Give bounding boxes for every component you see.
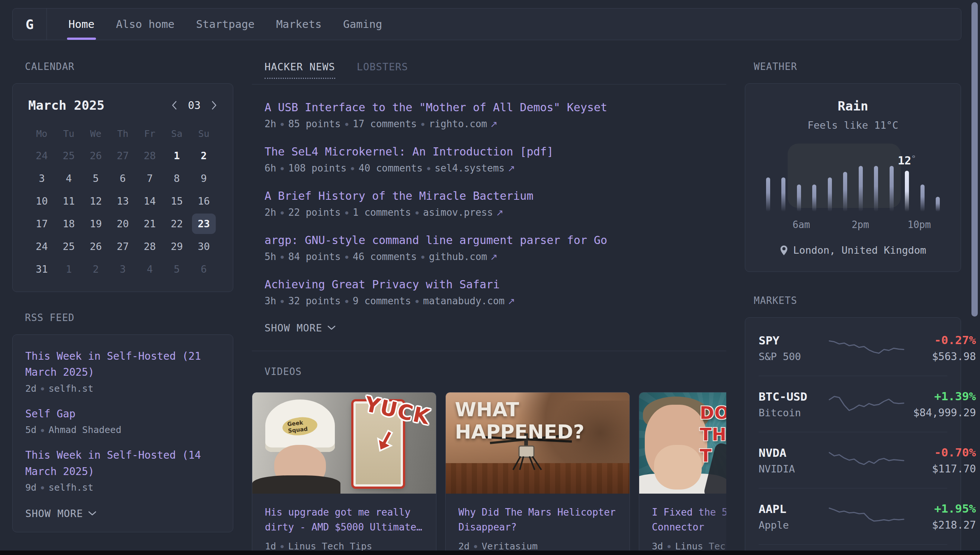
calendar-day[interactable]: 6 <box>190 258 217 281</box>
calendar-day[interactable]: 19 <box>82 212 109 235</box>
calendar-day[interactable]: 1 <box>163 144 191 167</box>
calendar-day[interactable]: 24 <box>28 235 55 258</box>
calendar-day[interactable]: 18 <box>55 212 83 235</box>
calendar-day[interactable]: 26 <box>82 144 109 167</box>
video-title[interactable]: Why Did The Mars Helicopter Disappear? <box>459 505 617 535</box>
news-item-domain[interactable]: sel4.systems↗ <box>435 162 515 174</box>
calendar-day[interactable]: 10 <box>28 190 55 212</box>
video-thumbnail[interactable]: WHAT HAPPENED? <box>446 393 630 494</box>
rss-item-title[interactable]: This Week in Self-Hosted (21 March 2025) <box>25 348 220 380</box>
weather-peak-temp: 12° <box>898 154 916 167</box>
scrollbar-thumb[interactable] <box>972 2 978 316</box>
video-card[interactable]: Geek Squad YUCK His upgrade got me reall… <box>252 392 436 555</box>
rss-item-title[interactable]: Self Gap <box>25 406 220 422</box>
left-column: CALENDAR March 2025 03 MoTuWeThFrSaSu <box>12 61 233 555</box>
market-labels: AAPL Apple <box>759 502 828 531</box>
market-row-aapl[interactable]: AAPL Apple +1.95% $218.27 <box>759 488 947 544</box>
calendar-day[interactable]: 16 <box>190 190 217 212</box>
calendar-day[interactable]: 4 <box>136 258 163 281</box>
calendar-day[interactable]: 3 <box>28 167 55 190</box>
calendar-day[interactable]: 15 <box>163 190 191 212</box>
rss-item-title[interactable]: This Week in Self-Hosted (14 March 2025) <box>25 447 220 480</box>
calendar-day[interactable]: 24 <box>28 144 55 167</box>
video-channel: Linus Tech Tips <box>288 541 372 552</box>
person-graphic <box>252 475 340 494</box>
video-channel: Veritasium <box>482 541 538 552</box>
weather-bar <box>843 172 847 212</box>
calendar-day[interactable]: 27 <box>109 144 136 167</box>
calendar-day[interactable]: 4 <box>55 167 83 190</box>
calendar-day[interactable]: 25 <box>55 235 83 258</box>
news-item-domain[interactable]: asimov.press↗ <box>423 207 504 218</box>
calendar-prev-icon[interactable] <box>171 100 178 111</box>
calendar-day[interactable]: 2 <box>190 144 217 167</box>
news-item-title[interactable]: A Brief History of the Miracle Bacterium <box>265 189 726 202</box>
news-item: Achieving Great Privacy with Safari 3h● … <box>265 278 726 306</box>
calendar-day[interactable]: 31 <box>28 258 55 281</box>
calendar-day[interactable]: 28 <box>136 144 163 167</box>
news-tab-lobsters[interactable]: LOBSTERS <box>357 61 408 79</box>
video-thumbnail[interactable]: DOTHT <box>639 393 726 494</box>
market-row-nvda[interactable]: NVDA NVIDIA -0.70% $117.70 <box>759 432 947 488</box>
nav-tab-startpage[interactable]: Startpage <box>196 8 255 40</box>
calendar-next-icon[interactable] <box>211 100 217 111</box>
calendar-day[interactable]: 30 <box>190 235 217 258</box>
nav-tab-markets[interactable]: Markets <box>276 8 321 40</box>
calendar-day[interactable]: 13 <box>109 190 136 212</box>
app-logo[interactable]: G <box>13 8 47 40</box>
calendar-day[interactable]: 6 <box>109 167 136 190</box>
news-item-comments[interactable]: 17 comments <box>353 118 417 130</box>
sparkline-chart <box>828 389 905 419</box>
calendar-day[interactable]: 2 <box>82 258 109 281</box>
calendar-day[interactable]: 28 <box>136 235 163 258</box>
rss-show-more-button[interactable]: SHOW MORE <box>25 508 96 519</box>
nav-tab-gaming[interactable]: Gaming <box>343 8 382 40</box>
market-row-btc-usd[interactable]: BTC-USD Bitcoin +1.39% $84,999.29 <box>759 376 947 432</box>
news-item-comments[interactable]: 9 comments <box>353 295 411 306</box>
calendar-day[interactable]: 21 <box>136 212 163 235</box>
calendar-day[interactable]: 8 <box>163 167 191 190</box>
video-title[interactable]: I Fixed the 5090 Power Connector <box>652 505 726 535</box>
calendar-day[interactable]: 9 <box>190 167 217 190</box>
video-thumbnail[interactable]: Geek Squad YUCK <box>252 393 436 494</box>
calendar-day[interactable]: 5 <box>82 167 109 190</box>
calendar-day[interactable]: 29 <box>163 235 191 258</box>
news-item-domain[interactable]: github.com↗ <box>429 251 498 262</box>
calendar-day[interactable]: 3 <box>109 258 136 281</box>
calendar-day[interactable]: 17 <box>28 212 55 235</box>
calendar-day[interactable]: 5 <box>163 258 191 281</box>
video-meta: 1d● Linus Tech Tips <box>265 541 423 552</box>
news-item-title[interactable]: The SeL4 Microkernel: An Introduction [p… <box>265 145 726 158</box>
video-title[interactable]: His upgrade got me really dirty - AMD $5… <box>265 505 423 535</box>
news-tab-hacker-news[interactable]: HACKER NEWS <box>265 61 335 79</box>
helmet-badge-text: Geek Squad <box>282 415 318 437</box>
calendar-day[interactable]: 22 <box>163 212 191 235</box>
rss-list: This Week in Self-Hosted (21 March 2025)… <box>25 348 220 493</box>
calendar-day[interactable]: 11 <box>55 190 83 212</box>
news-item-title[interactable]: A USB Interface to the "Mother of All De… <box>265 101 726 114</box>
calendar-day[interactable]: 7 <box>136 167 163 190</box>
calendar-day[interactable]: 26 <box>82 235 109 258</box>
news-item-domain[interactable]: matanabudy.com↗ <box>423 295 515 306</box>
calendar-day[interactable]: 25 <box>55 144 83 167</box>
news-item-domain[interactable]: righto.com↗ <box>429 118 498 130</box>
nav-tab-also-home[interactable]: Also home <box>116 8 175 40</box>
market-row-spy[interactable]: SPY S&P 500 -0.27% $563.98 <box>759 320 947 376</box>
news-item-comments[interactable]: 40 comments <box>359 162 423 174</box>
news-item-comments[interactable]: 1 comments <box>353 207 411 218</box>
calendar-day[interactable]: 23 <box>190 212 217 235</box>
calendar-day[interactable]: 20 <box>109 212 136 235</box>
news-item-comments[interactable]: 46 comments <box>353 251 417 262</box>
calendar-day[interactable]: 27 <box>109 235 136 258</box>
dashboard-columns: CALENDAR March 2025 03 MoTuWeThFrSaSu <box>12 61 961 555</box>
nav-tab-home[interactable]: Home <box>69 8 95 40</box>
news-item-title[interactable]: Achieving Great Privacy with Safari <box>265 278 726 291</box>
separator-dot: ● <box>281 209 284 215</box>
news-show-more-button[interactable]: SHOW MORE <box>265 322 335 334</box>
calendar-day[interactable]: 14 <box>136 190 163 212</box>
calendar-day[interactable]: 12 <box>82 190 109 212</box>
video-card[interactable]: DOTHT I Fixed the 5090 Power Connector 3… <box>639 392 726 555</box>
video-card[interactable]: WHAT HAPPENED? Why Did The Mars Helicopt… <box>445 392 630 555</box>
news-item-title[interactable]: argp: GNU-style command line argument pa… <box>265 234 726 247</box>
calendar-day[interactable]: 1 <box>55 258 83 281</box>
